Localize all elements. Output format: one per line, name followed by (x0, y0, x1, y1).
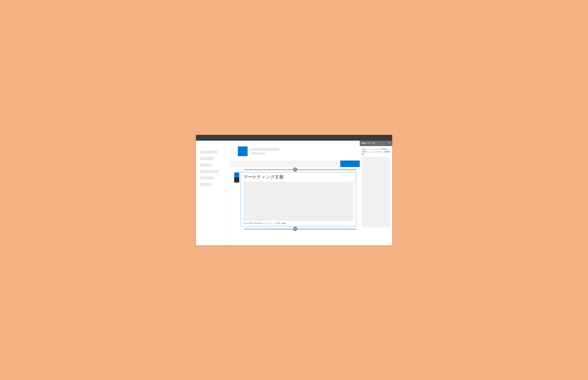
webpart-title-row: マーケティング文書 (243, 174, 353, 180)
nav-item-placeholder[interactable] (200, 151, 217, 153)
page-header (231, 141, 360, 160)
close-icon[interactable]: ✕ (388, 142, 390, 145)
webpart-edit-handle[interactable] (234, 172, 239, 177)
app-body: + マーケティング文書 2016 年第 4 四半期のマーケティング計画の概要 (196, 141, 392, 245)
webpart-row: マーケティング文書 2016 年第 4 四半期のマーケティング計画の概要 (234, 172, 356, 226)
section-divider (244, 229, 356, 229)
placeholder-line (251, 152, 266, 154)
property-pane: Web パーツ名 ✕ Web パーツについての簡単な説明がここに入ります。詳細情… (360, 141, 392, 245)
add-webpart-button[interactable]: + (293, 227, 297, 231)
primary-action-button[interactable] (340, 160, 360, 167)
webpart-side-handles (234, 172, 239, 183)
nav-item-placeholder[interactable] (200, 170, 219, 173)
nav-item-placeholder[interactable] (200, 183, 212, 186)
section-add-top: + (234, 167, 356, 172)
nav-item-placeholder[interactable] (200, 177, 214, 179)
webpart-caption: 2016 年第 4 四半期のマーケティング計画の概要 (243, 222, 353, 225)
app-window: + マーケティング文書 2016 年第 4 四半期のマーケティング計画の概要 (196, 135, 392, 245)
nav-item-placeholder[interactable] (200, 164, 212, 167)
property-pane-body-placeholder (362, 157, 390, 227)
plus-icon: + (294, 168, 296, 171)
window-titlebar (196, 135, 392, 141)
nav-item-placeholder[interactable] (200, 157, 214, 160)
canvas-area: + マーケティング文書 2016 年第 4 四半期のマーケティング計画の概要 (231, 167, 360, 235)
property-pane-title: Web パーツ名 (362, 142, 375, 145)
placeholder-line (251, 148, 279, 151)
webpart-selected[interactable]: マーケティング文書 2016 年第 4 四半期のマーケティング計画の概要 (241, 172, 356, 226)
webpart-content-placeholder[interactable] (243, 182, 353, 221)
webpart-move-handle[interactable] (234, 177, 239, 183)
property-pane-header: Web パーツ名 ✕ (360, 141, 392, 146)
property-pane-description: Web パーツについての簡単な説明がここに入ります。詳細情報 (360, 146, 392, 157)
command-bar (231, 160, 360, 167)
add-webpart-button[interactable]: + (293, 167, 297, 172)
site-title-placeholder (251, 148, 279, 154)
left-nav (196, 141, 231, 245)
text-caret (284, 174, 284, 179)
page-canvas: + マーケティング文書 2016 年第 4 四半期のマーケティング計画の概要 (231, 141, 360, 245)
plus-icon: + (294, 227, 296, 230)
section-divider (244, 170, 356, 170)
section-add-bottom: + (234, 226, 356, 231)
webpart-title[interactable]: マーケティング文書 (243, 174, 283, 180)
site-logo[interactable] (238, 146, 248, 156)
